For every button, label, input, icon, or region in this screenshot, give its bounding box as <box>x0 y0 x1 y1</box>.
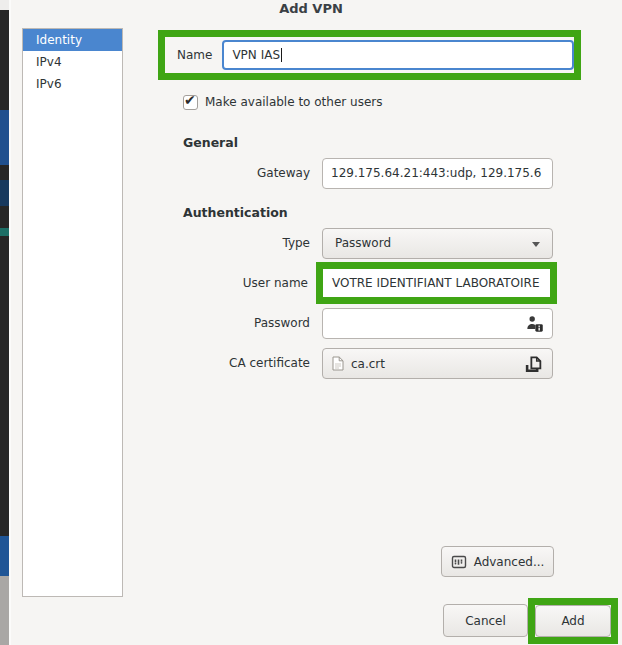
document-icon <box>332 356 344 371</box>
cancel-label: Cancel <box>465 614 506 628</box>
strip-segment <box>0 536 9 576</box>
advanced-label: Advanced... <box>474 555 545 569</box>
ca-certificate-filename: ca.crt <box>351 357 385 371</box>
password-label: Password <box>160 308 310 339</box>
make-available-row: ✔ Make available to other users <box>183 93 382 111</box>
username-value: VOTRE IDENTIFIANT LABORATOIRE <box>332 276 540 290</box>
type-value: Password <box>335 236 391 250</box>
password-input[interactable] <box>322 308 553 339</box>
ca-certificate-chooser[interactable]: ca.crt <box>322 348 553 379</box>
background-window-strip <box>0 0 9 645</box>
cancel-button[interactable]: Cancel <box>443 604 528 637</box>
name-input[interactable]: VPN IAS <box>222 40 574 70</box>
strip-segment <box>0 228 9 236</box>
name-value: VPN IAS <box>232 48 280 62</box>
ca-certificate-label: CA certificate <box>160 348 310 379</box>
password-storage-icon[interactable] <box>526 315 544 339</box>
sidebar: Identity IPv4 IPv6 <box>22 28 123 597</box>
add-button-annotation: Add <box>528 598 618 644</box>
general-header: General <box>183 135 238 150</box>
sidebar-item-identity[interactable]: Identity <box>23 29 122 51</box>
sidebar-item-ipv4[interactable]: IPv4 <box>23 51 122 73</box>
name-label: Name <box>177 48 212 62</box>
text-caret <box>281 48 282 62</box>
make-available-checkbox[interactable]: ✔ <box>183 95 198 110</box>
make-available-label: Make available to other users <box>205 95 382 109</box>
type-dropdown[interactable]: Password <box>322 228 553 259</box>
window-edge-gap <box>9 0 11 645</box>
strip-segment <box>0 110 9 165</box>
file-open-icon <box>525 356 543 373</box>
strip-segment <box>0 180 9 206</box>
strip-segment <box>0 576 9 645</box>
username-annotation: VOTRE IDENTIFIANT LABORATOIRE <box>316 262 557 304</box>
advanced-icon <box>451 554 467 570</box>
add-vpn-dialog: Add VPN Identity IPv4 IPv6 Name VPN IAS … <box>0 0 622 645</box>
gateway-input[interactable]: 129.175.64.21:443:udp, 129.175.6 <box>322 158 553 189</box>
name-row-annotation: Name VPN IAS <box>158 30 581 80</box>
chevron-down-icon <box>532 242 540 247</box>
gateway-label: Gateway <box>160 158 310 189</box>
sidebar-item-ipv6[interactable]: IPv6 <box>23 73 122 95</box>
authentication-header: Authentication <box>183 205 288 220</box>
checkmark-icon: ✔ <box>184 93 196 108</box>
dialog-title: Add VPN <box>0 1 622 16</box>
add-button[interactable]: Add <box>535 605 611 637</box>
username-input[interactable]: VOTRE IDENTIFIANT LABORATOIRE <box>323 269 550 297</box>
gateway-value: 129.175.64.21:443:udp, 129.175.6 <box>331 166 541 180</box>
add-label: Add <box>561 614 584 628</box>
type-label: Type <box>160 228 310 259</box>
advanced-button[interactable]: Advanced... <box>441 546 554 577</box>
username-label: User name <box>160 268 308 299</box>
